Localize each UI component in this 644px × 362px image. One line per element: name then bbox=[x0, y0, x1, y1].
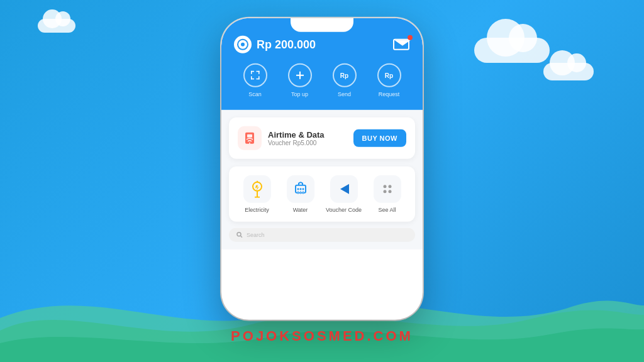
phone-content: Airtime & Data Voucher Rp5.000 BUY NOW bbox=[221, 110, 423, 250]
service-electricity[interactable]: Electricity bbox=[238, 175, 276, 213]
svg-rect-5 bbox=[251, 79, 254, 80]
svg-point-27 bbox=[383, 190, 386, 193]
svg-point-26 bbox=[388, 185, 391, 188]
svg-point-19 bbox=[299, 188, 301, 190]
phone-notch bbox=[291, 18, 353, 32]
airtime-left: Airtime & Data Voucher Rp5.000 bbox=[238, 126, 325, 150]
cloud-decoration-3 bbox=[38, 19, 75, 33]
airtime-info: Airtime & Data Voucher Rp5.000 bbox=[268, 130, 325, 146]
see-all-icon bbox=[374, 175, 401, 203]
svg-rect-3 bbox=[258, 71, 260, 74]
svg-point-12 bbox=[249, 143, 250, 144]
action-topup[interactable]: Top up bbox=[288, 63, 312, 97]
electricity-label: Electricity bbox=[245, 207, 269, 213]
svg-rect-9 bbox=[296, 75, 304, 76]
actions-row: Scan Top up Rp bbox=[234, 63, 410, 97]
airtime-icon bbox=[238, 126, 262, 150]
scan-label: Scan bbox=[248, 91, 262, 97]
logo-inner bbox=[237, 39, 248, 50]
balance-left: Rp 200.000 bbox=[234, 36, 316, 53]
action-send[interactable]: Rp Send bbox=[333, 63, 357, 97]
water-label: Water bbox=[293, 207, 308, 213]
app-logo bbox=[234, 36, 252, 53]
see-all-label: See All bbox=[378, 207, 396, 213]
send-label: Send bbox=[338, 91, 351, 97]
voucher-icon bbox=[330, 175, 358, 203]
electricity-icon bbox=[243, 175, 271, 203]
airtime-subtitle: Voucher Rp5.000 bbox=[268, 140, 325, 146]
airtime-card: Airtime & Data Voucher Rp5.000 BUY NOW bbox=[229, 118, 415, 159]
service-water[interactable]: Water bbox=[281, 175, 319, 213]
svg-point-20 bbox=[302, 188, 304, 190]
site-label: POJOKSOSMED.COM bbox=[231, 328, 413, 344]
svg-rect-7 bbox=[256, 79, 259, 80]
svg-rect-11 bbox=[247, 134, 252, 138]
request-icon: Rp bbox=[377, 63, 401, 87]
notification-button[interactable] bbox=[392, 38, 410, 52]
services-card: Electricity bbox=[229, 167, 415, 222]
svg-point-29 bbox=[237, 233, 241, 236]
notification-dot bbox=[408, 35, 413, 40]
phone-body: Rp 200.000 bbox=[221, 18, 423, 320]
send-icon: Rp bbox=[333, 63, 357, 87]
service-voucher[interactable]: Voucher Code bbox=[325, 175, 363, 213]
balance-amount: Rp 200.000 bbox=[257, 38, 316, 51]
scan-icon bbox=[243, 63, 267, 87]
buy-now-button[interactable]: BUY NOW bbox=[353, 129, 406, 147]
svg-point-18 bbox=[297, 188, 299, 190]
airtime-title: Airtime & Data bbox=[268, 130, 325, 140]
cloud-decoration-2 bbox=[543, 63, 594, 80]
water-icon bbox=[287, 175, 314, 203]
cloud-decoration-1 bbox=[474, 38, 550, 63]
phone-mockup: Rp 200.000 bbox=[221, 18, 423, 320]
action-request[interactable]: Rp Request bbox=[377, 63, 401, 97]
envelope-icon bbox=[393, 39, 409, 50]
topup-label: Top up bbox=[291, 91, 308, 97]
svg-point-28 bbox=[388, 190, 391, 193]
svg-marker-24 bbox=[340, 184, 349, 194]
search-placeholder: Search bbox=[247, 232, 265, 238]
search-hint-area: Search bbox=[229, 228, 415, 242]
services-grid: Electricity bbox=[238, 175, 406, 213]
action-scan[interactable]: Scan bbox=[243, 63, 267, 97]
svg-rect-1 bbox=[251, 71, 252, 74]
phone-screen: Rp 200.000 bbox=[221, 18, 423, 320]
svg-line-30 bbox=[241, 236, 243, 238]
svg-point-25 bbox=[383, 185, 386, 188]
topup-icon bbox=[288, 63, 312, 87]
balance-row: Rp 200.000 bbox=[234, 36, 410, 53]
voucher-label: Voucher Code bbox=[326, 207, 362, 213]
search-bar-hint[interactable]: Search bbox=[229, 228, 415, 242]
service-see-all[interactable]: See All bbox=[368, 175, 406, 213]
request-label: Request bbox=[379, 91, 400, 97]
